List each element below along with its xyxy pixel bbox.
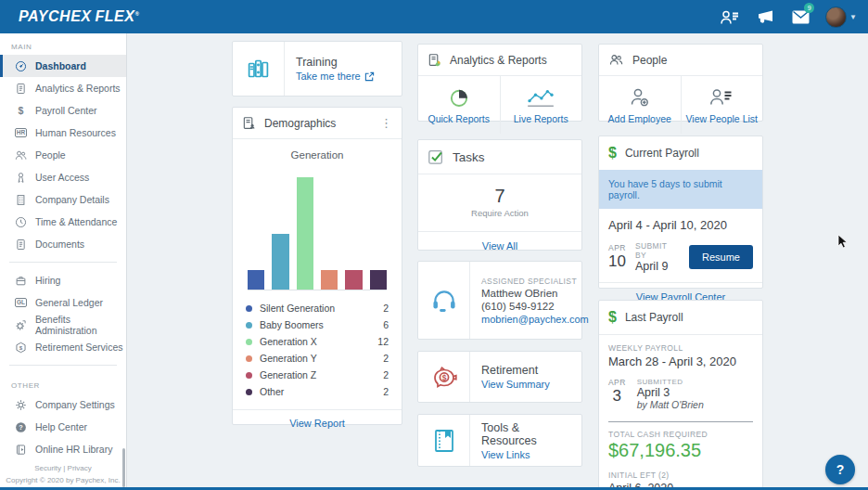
- legend-label: Generation X: [260, 336, 317, 347]
- kebab-menu-icon[interactable]: ⋮: [380, 119, 392, 128]
- paychex-flex-logo: PAYCHEXFLEX®: [19, 8, 139, 25]
- tasks-count: 7: [418, 186, 581, 207]
- sidebar-item-retirement-services[interactable]: Retirement Services: [0, 336, 126, 358]
- sidebar-item-label: Benefits Administration: [35, 314, 126, 336]
- calendar-date: APR 3: [608, 378, 626, 410]
- sidebar-item-company-settings[interactable]: Company Settings: [0, 393, 126, 416]
- messages-envelope-icon[interactable]: 9: [790, 7, 811, 26]
- sidebar-item-user-access[interactable]: User Access: [0, 166, 126, 188]
- sidebar-item-hiring[interactable]: Hiring: [0, 269, 126, 291]
- quick-reports-button[interactable]: Quick Reports: [418, 76, 500, 134]
- sidebar-item-people[interactable]: People: [0, 144, 126, 166]
- legend-item: Silent Generation2: [246, 300, 389, 316]
- sidebar-item-human-resources[interactable]: HR Human Resources: [0, 122, 126, 144]
- sidebar-item-payroll-center[interactable]: Payroll Center: [0, 99, 126, 122]
- legend-item: Generation Y2: [246, 350, 389, 367]
- sidebar-item-online-hr-library[interactable]: Online HR Library: [0, 438, 126, 460]
- people-title: People: [632, 54, 667, 67]
- message-count-badge: 9: [804, 3, 814, 13]
- help-circle-icon: [14, 421, 28, 433]
- documents-icon: [14, 239, 28, 251]
- sidebar-item-label: Time & Attendance: [35, 216, 117, 227]
- piggy-bank-icon: $: [418, 352, 470, 402]
- chevron-down-icon: ▼: [849, 13, 857, 21]
- demographics-doc-icon: [242, 116, 256, 130]
- legend-label: Silent Generation: [260, 303, 335, 314]
- sidebar-item-time-attendance[interactable]: Time & Attendance: [0, 211, 126, 233]
- briefcase-icon: [14, 275, 28, 287]
- sidebar-item-analytics-reports[interactable]: Analytics & Reports: [0, 77, 126, 99]
- sidebar-item-label: Human Resources: [35, 127, 116, 138]
- last-payroll-title: Last Payroll: [625, 311, 683, 324]
- people-card: People Add Employee View People List: [598, 44, 763, 122]
- bar-baby-boomers: [272, 234, 288, 290]
- training-link[interactable]: Take me there: [296, 71, 375, 82]
- announcements-megaphone-icon[interactable]: [755, 7, 775, 26]
- chart-legend: Silent Generation2Baby Boomers6Generatio…: [233, 290, 402, 404]
- gear-icon: [14, 399, 28, 411]
- view-report-link[interactable]: View Report: [233, 409, 402, 436]
- building-icon: [14, 194, 28, 206]
- sidebar-item-dashboard[interactable]: Dashboard: [0, 55, 126, 77]
- sidebar-item-help-center[interactable]: Help Center: [0, 416, 126, 438]
- copyright-text: Copyright © 2020 by Paychex, Inc.: [0, 474, 126, 486]
- analytics-doc-icon: [428, 53, 441, 67]
- specialist-phone: (610) 549-9122: [481, 301, 589, 312]
- sidebar-item-documents[interactable]: Documents: [0, 233, 126, 255]
- specialist-email-link[interactable]: mobrien@paychex.com: [481, 314, 589, 325]
- analytics-reports-card: Analytics & Reports Quick Reports Live R…: [417, 44, 582, 122]
- sidebar-item-label: Help Center: [35, 421, 87, 432]
- sidebar-item-benefits-administration[interactable]: Benefits Administration: [0, 314, 126, 336]
- training-card[interactable]: Training Take me there: [232, 41, 402, 97]
- notebook-icon: [418, 415, 470, 466]
- view-people-list-button[interactable]: View People List: [681, 76, 763, 134]
- tasks-card: Tasks 7 Require Action View All: [417, 139, 582, 251]
- resume-button[interactable]: Resume: [689, 245, 753, 269]
- help-button[interactable]: ?: [825, 455, 855, 484]
- person-add-icon: [629, 86, 651, 109]
- sidebar-item-general-ledger[interactable]: GL General Ledger: [0, 291, 126, 314]
- dashboard-gauge-icon: [14, 60, 28, 72]
- sidebar-item-label: People: [35, 149, 66, 161]
- legend-label: Baby Boomers: [260, 319, 324, 330]
- divider: [608, 421, 753, 422]
- specialist-label: ASSIGNED SPECIALIST: [481, 277, 589, 286]
- live-reports-button[interactable]: Live Reports: [500, 76, 582, 134]
- tools-resources-card: Tools & Resources View Links: [417, 414, 582, 467]
- sidebar-scrollbar[interactable]: [122, 448, 125, 487]
- legend-dot: [246, 372, 252, 379]
- legend-dot: [246, 305, 252, 312]
- admin-users-icon[interactable]: [720, 7, 740, 26]
- security-privacy-links[interactable]: Security | Privacy: [0, 462, 126, 474]
- tasks-view-all-link[interactable]: View All: [418, 231, 581, 260]
- retirement-title: Retirement: [481, 364, 550, 377]
- submit-by-block: SUBMIT BY April 9: [635, 241, 680, 273]
- retirement-card: $ Retirement View Summary: [417, 351, 582, 403]
- legend-dot: [246, 322, 252, 329]
- add-employee-button[interactable]: Add Employee: [599, 76, 681, 134]
- dollar-icon: [14, 105, 28, 117]
- tools-title: Tools & Resources: [481, 421, 570, 447]
- svg-text:$: $: [441, 373, 446, 382]
- sidebar-item-label: General Ledger: [35, 297, 103, 308]
- legend-item: Generation Z2: [246, 367, 389, 383]
- sidebar-item-label: Online HR Library: [35, 444, 112, 455]
- tools-view-links-link[interactable]: View Links: [481, 449, 570, 460]
- legend-label: Generation Y: [260, 353, 317, 364]
- sidebar-item-company-details[interactable]: Company Details: [0, 188, 126, 211]
- tasks-subtitle: Require Action: [418, 208, 581, 218]
- external-link-icon: [364, 71, 375, 82]
- payroll-due-banner: You have 5 days to submit payroll.: [599, 170, 762, 209]
- retirement-view-summary-link[interactable]: View Summary: [481, 379, 550, 390]
- user-account-menu[interactable]: ▼: [825, 6, 857, 28]
- legend-count: 2: [383, 386, 389, 397]
- weekly-payroll-label: WEEKLY PAYROLL: [608, 343, 753, 353]
- payroll-period: April 4 - April 10, 2020: [599, 209, 762, 236]
- legend-count: 6: [383, 319, 389, 330]
- book-icon: [14, 444, 28, 456]
- generation-bar-chart: [248, 177, 387, 290]
- top-bar: PAYCHEXFLEX® 9 ▼: [0, 0, 868, 33]
- sidebar-item-label: User Access: [35, 172, 89, 183]
- user-avatar: [825, 6, 847, 28]
- user-access-ribbon-icon: [14, 172, 28, 184]
